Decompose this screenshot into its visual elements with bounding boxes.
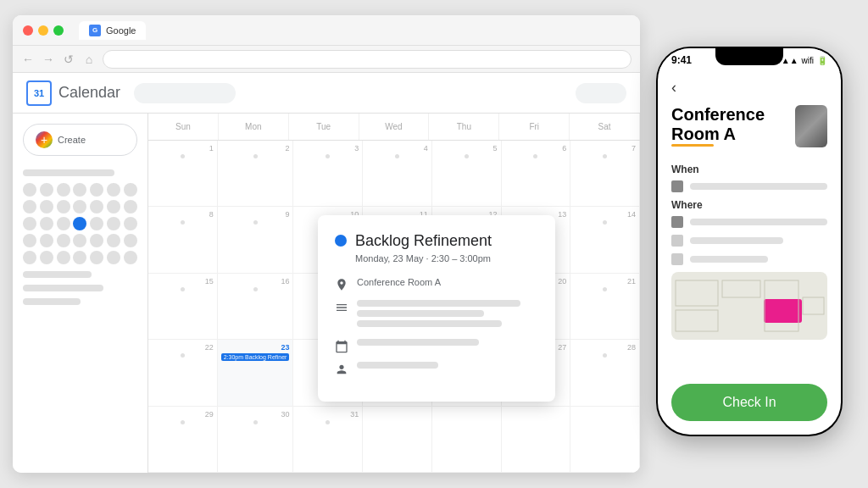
- day-header-mon: Mon: [219, 114, 289, 140]
- table-row[interactable]: 16: [218, 274, 294, 340]
- day-header-tue: Tue: [289, 114, 359, 140]
- where-row: [671, 216, 827, 228]
- phone-screen: 9:41 ▲▲▲ wifi 🔋 ‹ Conference Room A: [658, 48, 841, 435]
- status-time: 9:41: [671, 54, 692, 66]
- tab-label: Google: [106, 25, 136, 36]
- calendar-icon: [335, 340, 348, 353]
- table-row[interactable]: 8: [148, 207, 218, 273]
- calendar-row: [335, 339, 538, 353]
- event-location: Conference Room A: [357, 277, 441, 287]
- event-dot-icon: [335, 235, 347, 247]
- calendar-body: + Create: [13, 114, 640, 473]
- table-row[interactable]: [363, 407, 432, 473]
- calendar-logo: Calendar: [26, 80, 120, 106]
- table-row[interactable]: 3: [293, 141, 363, 207]
- table-row[interactable]: 9: [218, 207, 294, 273]
- svg-rect-3: [765, 280, 798, 331]
- table-row[interactable]: 7: [570, 141, 640, 207]
- signal-value: [690, 237, 783, 244]
- browser-tab[interactable]: G Google: [79, 21, 146, 40]
- people-small-icon: [671, 253, 683, 265]
- reload-button[interactable]: ↺: [62, 53, 75, 66]
- home-button[interactable]: ⌂: [82, 53, 96, 66]
- room-header: Conference Room A: [671, 105, 827, 158]
- attendee-row: [335, 362, 538, 376]
- phone-content: ‹ Conference Room A When Where: [658, 72, 841, 435]
- maximize-dot[interactable]: [53, 25, 64, 36]
- create-label: Create: [58, 135, 86, 145]
- when-row: [671, 180, 827, 192]
- table-row[interactable]: [570, 407, 640, 473]
- calendar-search[interactable]: [134, 83, 236, 103]
- day-header-sat: Sat: [570, 114, 640, 140]
- table-row[interactable]: 15: [148, 274, 218, 340]
- table-row[interactable]: 23 2:30pm Backlog Refiner: [218, 340, 294, 406]
- location-icon: [335, 278, 348, 291]
- calendar-content: Calendar + Create: [13, 73, 640, 473]
- table-row[interactable]: 30: [218, 407, 294, 473]
- when-label: When: [671, 164, 827, 175]
- room-image: [795, 105, 827, 147]
- where-value: [690, 219, 827, 225]
- address-bar[interactable]: [103, 50, 632, 69]
- calendar-grid: Sun Mon Tue Wed Thu Fri Sat 1 2 3 4: [148, 114, 640, 473]
- phone-mockup: 9:41 ▲▲▲ wifi 🔋 ‹ Conference Room A: [656, 47, 843, 436]
- location-row: Conference Room A: [335, 277, 538, 291]
- room-image-placeholder: [795, 105, 827, 147]
- check-in-button[interactable]: Check In: [671, 384, 827, 421]
- minimize-dot[interactable]: [38, 25, 48, 36]
- calendar-logo-text: Calendar: [58, 84, 120, 102]
- table-row[interactable]: 28: [570, 340, 640, 406]
- back-button[interactable]: ‹: [671, 79, 827, 97]
- table-row[interactable]: [502, 407, 571, 473]
- calendar-logo-icon: [26, 80, 52, 106]
- signal-small-icon: [671, 235, 683, 247]
- back-button[interactable]: ←: [21, 53, 35, 66]
- table-row[interactable]: 29: [148, 407, 218, 473]
- browser-window: G Google ← → ↺ ⌂ Calendar: [13, 15, 640, 473]
- event-popup: Backlog Refinement Monday, 23 May · 2:30…: [318, 215, 555, 402]
- table-row[interactable]: 22: [148, 340, 218, 406]
- person-icon: [335, 363, 348, 376]
- svg-rect-1: [676, 310, 718, 331]
- create-button[interactable]: + Create: [23, 124, 137, 156]
- forward-button[interactable]: →: [42, 53, 55, 66]
- battery-icon: 🔋: [817, 56, 827, 65]
- browser-nav: ← → ↺ ⌂: [13, 46, 640, 73]
- signal-row: [671, 235, 827, 247]
- map-lines-svg: [671, 272, 827, 340]
- day-header-wed: Wed: [359, 114, 430, 140]
- tab-favicon: G: [89, 25, 101, 36]
- table-row[interactable]: 21: [570, 274, 640, 340]
- table-row[interactable]: 5: [432, 141, 502, 207]
- description-icon: [335, 301, 348, 314]
- calendar-settings[interactable]: [576, 83, 626, 103]
- mini-calendar: [23, 169, 137, 305]
- room-title: Conference Room A: [671, 105, 795, 144]
- people-value: [690, 256, 768, 263]
- svg-rect-4: [803, 297, 824, 314]
- when-value: [690, 183, 827, 190]
- table-row[interactable]: 14: [570, 207, 640, 273]
- table-row[interactable]: 2: [218, 141, 294, 207]
- map-placeholder: [671, 272, 827, 340]
- table-row[interactable]: 6: [502, 141, 571, 207]
- people-row: [671, 253, 827, 265]
- calendar-day-headers: Sun Mon Tue Wed Thu Fri Sat: [148, 114, 640, 141]
- table-row[interactable]: 1: [148, 141, 218, 207]
- event-time: Monday, 23 May · 2:30 – 3:00pm: [355, 253, 492, 263]
- event-chip[interactable]: 2:30pm Backlog Refiner: [221, 353, 290, 361]
- screenshot-container: G Google ← → ↺ ⌂ Calendar: [0, 0, 868, 488]
- popup-header: Backlog Refinement Monday, 23 May · 2:30…: [335, 232, 538, 263]
- table-row[interactable]: 4: [363, 141, 432, 207]
- day-header-thu: Thu: [429, 114, 499, 140]
- event-title: Backlog Refinement: [355, 232, 492, 250]
- table-row[interactable]: [432, 407, 502, 473]
- svg-rect-0: [676, 280, 718, 306]
- day-header-fri: Fri: [499, 114, 570, 140]
- accent-bar: [671, 144, 714, 147]
- browser-chrome: G Google: [13, 15, 640, 46]
- close-dot[interactable]: [23, 25, 33, 36]
- pin-small-icon: [671, 216, 683, 228]
- table-row[interactable]: 31: [293, 407, 363, 473]
